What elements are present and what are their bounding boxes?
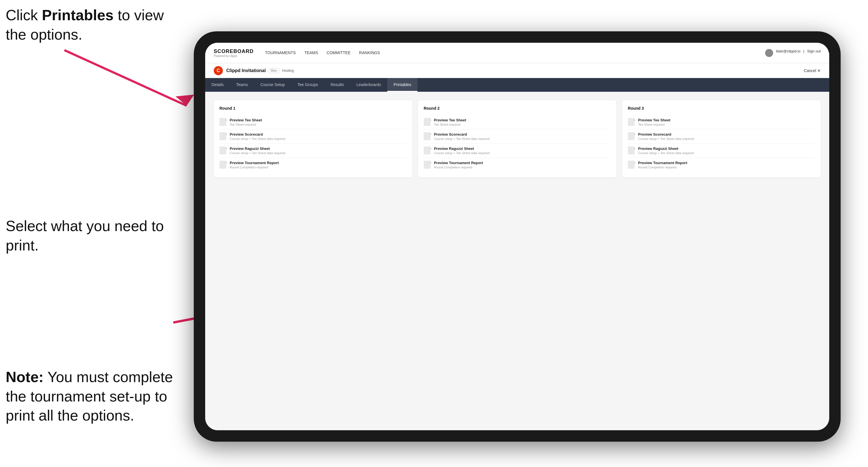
round-1-raguzzi[interactable]: Preview Raguzzi Sheet Course setup + Tee… [219, 144, 407, 158]
nav-tournaments[interactable]: TOURNAMENTS [265, 49, 296, 57]
tab-results[interactable]: Results [324, 78, 350, 92]
instruction-middle-text: Select what you need to print. [6, 218, 164, 254]
tournament-report-text: Preview Tournament Report Round Completi… [230, 161, 279, 169]
arrow-top-annotation [57, 43, 205, 117]
tee-sheet-req-r3: Tee Sheet required [638, 123, 670, 126]
round-1-tournament-report[interactable]: Preview Tournament Report Round Completi… [219, 158, 407, 172]
tab-course-setup[interactable]: Course Setup [254, 78, 291, 92]
scorecard-text-r2: Preview Scorecard Course setup + Tee She… [434, 132, 490, 141]
raguzzi-icon-r2 [424, 147, 431, 154]
round-1-section: Round 1 Preview Tee Sheet Tee Sheet requ… [214, 100, 412, 178]
tab-tee-groups[interactable]: Tee Groups [291, 78, 324, 92]
user-avatar-icon [765, 49, 773, 57]
tee-sheet-icon-r2 [424, 118, 431, 126]
tee-sheet-label-r3: Preview Tee Sheet [638, 118, 670, 122]
raguzzi-req-r3: Course setup + Tee Sheet data required [638, 151, 693, 155]
instruction-top: Click Printables to view the options. [6, 6, 171, 44]
nav-rankings[interactable]: RANKINGS [359, 49, 380, 57]
main-content: Round 1 Preview Tee Sheet Tee Sheet requ… [205, 92, 829, 430]
nav-separator: | [803, 49, 804, 57]
logo-sub: Powered by clippd [214, 55, 254, 58]
round-1-scorecard[interactable]: Preview Scorecard Course setup + Tee She… [219, 129, 407, 144]
scorecard-text: Preview Scorecard Course setup + Tee She… [230, 132, 285, 141]
instruction-middle: Select what you need to print. [6, 217, 171, 255]
instruction-bottom: Note: You must complete the tournament s… [6, 368, 182, 426]
scorecard-req-r3: Course setup + Tee Sheet data required [638, 137, 693, 141]
scorecard-req-r2: Course setup + Tee Sheet data required [434, 137, 490, 141]
tournament-report-icon [219, 161, 226, 169]
round-3-tee-sheet[interactable]: Preview Tee Sheet Tee Sheet required [628, 115, 815, 129]
scorecard-text-r3: Preview Scorecard Course setup + Tee She… [638, 132, 693, 141]
round-3-raguzzi[interactable]: Preview Raguzzi Sheet Course setup + Tee… [628, 144, 815, 158]
raguzzi-text: Preview Raguzzi Sheet Course setup + Tee… [230, 147, 285, 155]
scorecard-req: Course setup + Tee Sheet data required [230, 137, 285, 141]
tab-leaderboards[interactable]: Leaderboards [350, 78, 387, 92]
tournament-report-text-r2: Preview Tournament Report Round Completi… [434, 161, 483, 169]
round-1-tee-sheet[interactable]: Preview Tee Sheet Tee Sheet required [219, 115, 407, 129]
tournament-name: Clippd Invitational [226, 68, 266, 73]
tee-sheet-req-r2: Tee Sheet required [434, 123, 466, 126]
tab-details[interactable]: Details [205, 78, 230, 92]
tournament-report-req-r2: Round Completion required [434, 165, 483, 169]
note-bold: Note: [6, 369, 43, 385]
tournament-report-text-r3: Preview Tournament Report Round Completi… [638, 161, 687, 169]
printables-bold: Printables [42, 7, 114, 23]
round-3-tournament-report[interactable]: Preview Tournament Report Round Completi… [628, 158, 815, 172]
scorecard-label-r2: Preview Scorecard [434, 132, 490, 136]
cancel-button[interactable]: Cancel ✕ [804, 68, 821, 73]
round-2-section: Round 2 Preview Tee Sheet Tee Sheet requ… [418, 100, 617, 178]
tournament-report-icon-r3 [628, 161, 634, 169]
nav-committee[interactable]: COMMITTEE [327, 49, 350, 57]
nav-teams[interactable]: TEAMS [304, 49, 318, 57]
round-3-title: Round 3 [628, 106, 815, 111]
top-nav-right: blair@clippd.io | Sign out [765, 49, 821, 57]
raguzzi-text-r3: Preview Raguzzi Sheet Course setup + Tee… [638, 147, 693, 155]
raguzzi-req-r2: Course setup + Tee Sheet data required [434, 151, 490, 155]
tee-sheet-text: Preview Tee Sheet Tee Sheet required [230, 118, 262, 126]
top-nav-links: TOURNAMENTS TEAMS COMMITTEE RANKINGS [265, 49, 765, 57]
raguzzi-icon-r3 [628, 147, 634, 154]
round-2-raguzzi[interactable]: Preview Raguzzi Sheet Course setup + Tee… [424, 144, 611, 158]
tee-sheet-icon [219, 118, 226, 126]
raguzzi-label-r2: Preview Raguzzi Sheet [434, 147, 490, 151]
scorecard-label: Preview Scorecard [230, 132, 285, 136]
scorecard-icon-r2 [424, 132, 431, 140]
sub-header: C Clippd Invitational Men Hosting Cancel… [205, 63, 829, 78]
tournament-status: Hosting [282, 69, 294, 73]
scorecard-icon [219, 132, 226, 140]
scorecard-icon-r3 [628, 132, 634, 140]
svg-marker-1 [176, 95, 194, 106]
raguzzi-label: Preview Raguzzi Sheet [230, 147, 285, 151]
tab-printables[interactable]: Printables [387, 78, 417, 92]
user-email: blair@clippd.io [776, 49, 800, 57]
tab-teams[interactable]: Teams [230, 78, 254, 92]
tee-sheet-text-r2: Preview Tee Sheet Tee Sheet required [434, 118, 466, 126]
tournament-badge: Men [268, 68, 280, 73]
scoreboard-logo: SCOREBOARD Powered by clippd [214, 49, 254, 58]
top-nav: SCOREBOARD Powered by clippd TOURNAMENTS… [205, 43, 829, 63]
svg-line-0 [64, 50, 187, 106]
raguzzi-text-r2: Preview Raguzzi Sheet Course setup + Tee… [434, 147, 490, 155]
tournament-logo: C [214, 66, 223, 75]
tablet-device: SCOREBOARD Powered by clippd TOURNAMENTS… [194, 31, 841, 442]
tournament-report-label: Preview Tournament Report [230, 161, 279, 165]
tee-sheet-label: Preview Tee Sheet [230, 118, 262, 122]
tee-sheet-label-r2: Preview Tee Sheet [434, 118, 466, 122]
logo-title: SCOREBOARD [214, 49, 254, 55]
raguzzi-req: Course setup + Tee Sheet data required [230, 151, 285, 155]
raguzzi-label-r3: Preview Raguzzi Sheet [638, 147, 693, 151]
rounds-grid: Round 1 Preview Tee Sheet Tee Sheet requ… [214, 100, 821, 178]
tournament-report-label-r3: Preview Tournament Report [638, 161, 687, 165]
tee-sheet-icon-r3 [628, 118, 634, 126]
round-2-tournament-report[interactable]: Preview Tournament Report Round Completi… [424, 158, 611, 172]
round-2-scorecard[interactable]: Preview Scorecard Course setup + Tee She… [424, 129, 611, 144]
round-3-section: Round 3 Preview Tee Sheet Tee Sheet requ… [622, 100, 821, 178]
instruction-top-text: Click Printables to view the options. [6, 7, 164, 43]
tab-bar: Details Teams Course Setup Tee Groups Re… [205, 78, 829, 92]
round-3-scorecard[interactable]: Preview Scorecard Course setup + Tee She… [628, 129, 815, 144]
round-2-title: Round 2 [424, 106, 611, 111]
round-2-tee-sheet[interactable]: Preview Tee Sheet Tee Sheet required [424, 115, 611, 129]
tournament-report-req-r3: Round Completion required [638, 165, 687, 169]
tournament-report-label-r2: Preview Tournament Report [434, 161, 483, 165]
sign-out-link[interactable]: Sign out [807, 49, 821, 57]
